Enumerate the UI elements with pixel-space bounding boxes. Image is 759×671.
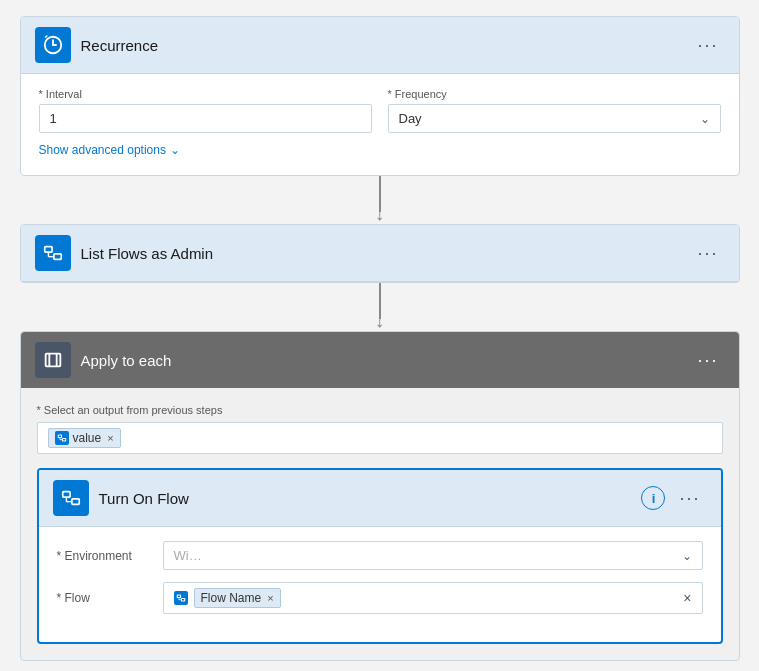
arrow-down-icon-1: ↓	[375, 203, 385, 223]
arrow-down-icon-2: ↓	[375, 310, 385, 330]
select-output-label: * Select an output from previous steps	[37, 404, 723, 416]
recurrence-icon-bg	[35, 27, 71, 63]
interval-input[interactable]	[39, 104, 372, 133]
frequency-select[interactable]: Day ⌄	[388, 104, 721, 133]
flow-name-tag-svg	[176, 593, 186, 603]
select-output-input[interactable]: value ×	[37, 422, 723, 454]
svg-rect-2	[53, 254, 60, 259]
apply-each-container: Apply to each ··· * Select an output fro…	[20, 331, 740, 661]
svg-rect-9	[62, 438, 65, 441]
svg-rect-8	[58, 435, 61, 438]
list-flows-icon-bg	[35, 235, 71, 271]
env-control: Wi… ⌄	[163, 541, 703, 570]
recurrence-svg-icon	[42, 34, 64, 56]
flow-control: Flow Name × ×	[163, 582, 703, 614]
interval-field: * Interval	[39, 88, 372, 133]
recurrence-body: * Interval * Frequency Day ⌄ Show advanc…	[21, 74, 739, 175]
turn-on-flow-title: Turn On Flow	[99, 490, 632, 507]
apply-each-svg-icon	[42, 349, 64, 371]
flow-canvas: Recurrence ··· * Interval * Frequency Da…	[16, 16, 743, 661]
flow-name-tag-text: Flow Name	[201, 591, 262, 605]
recurrence-form-row: * Interval * Frequency Day ⌄	[39, 88, 721, 133]
apply-each-body: * Select an output from previous steps v…	[21, 388, 739, 660]
recurrence-header: Recurrence ···	[21, 17, 739, 74]
info-button[interactable]: i	[641, 486, 665, 510]
apply-each-more-button[interactable]: ···	[691, 349, 724, 371]
svg-rect-16	[177, 595, 180, 598]
recurrence-card: Recurrence ··· * Interval * Frequency Da…	[20, 16, 740, 176]
flow-label: * Flow	[57, 591, 147, 605]
connector-1: ↓	[375, 176, 385, 224]
value-tag: value ×	[48, 428, 121, 448]
svg-rect-13	[71, 499, 78, 505]
svg-rect-5	[45, 354, 60, 367]
value-tag-text: value	[73, 431, 102, 445]
list-flows-card: List Flows as Admin ···	[20, 224, 740, 283]
flow-name-tag-icon	[174, 591, 188, 605]
show-advanced-button[interactable]: Show advanced options ⌄	[39, 143, 180, 157]
flow-name-tag: Flow Name ×	[194, 588, 281, 608]
env-placeholder: Wi…	[174, 548, 300, 563]
env-label: * Environment	[57, 549, 147, 563]
interval-label: * Interval	[39, 88, 372, 100]
recurrence-title: Recurrence	[81, 37, 682, 54]
list-flows-title: List Flows as Admin	[81, 245, 682, 262]
connector-2: ↓	[375, 283, 385, 331]
env-chevron-icon: ⌄	[682, 549, 692, 563]
flow-tag-inner: Flow Name ×	[174, 588, 281, 608]
value-tag-icon	[55, 431, 69, 445]
env-select[interactable]: Wi… ⌄	[163, 541, 703, 570]
list-flows-more-button[interactable]: ···	[691, 242, 724, 264]
show-advanced-chevron-icon: ⌄	[170, 143, 180, 157]
frequency-field: * Frequency Day ⌄	[388, 88, 721, 133]
apply-each-title: Apply to each	[81, 352, 682, 369]
value-tag-close-icon[interactable]: ×	[107, 432, 113, 444]
apply-each-icon-bg	[35, 342, 71, 378]
frequency-chevron-icon: ⌄	[700, 112, 710, 126]
svg-rect-1	[44, 247, 51, 253]
flow-name-tag-close-icon[interactable]: ×	[267, 592, 273, 604]
flow-input-clear-icon[interactable]: ×	[683, 590, 691, 606]
frequency-value: Day	[399, 111, 422, 126]
apply-each-header: Apply to each ···	[21, 332, 739, 388]
turn-on-flow-icon-bg	[53, 480, 89, 516]
value-tag-svg	[57, 433, 67, 443]
inner-card-actions: i ···	[641, 486, 706, 510]
recurrence-more-button[interactable]: ···	[691, 34, 724, 56]
list-flows-svg-icon	[42, 242, 64, 264]
flow-row: * Flow	[57, 582, 703, 614]
turn-on-flow-more-button[interactable]: ···	[673, 487, 706, 509]
turn-on-flow-card: Turn On Flow i ··· * Environment Wi…	[37, 468, 723, 644]
svg-rect-17	[181, 598, 184, 601]
turn-on-flow-body: * Environment Wi… ⌄ * Flow	[39, 527, 721, 642]
frequency-label: * Frequency	[388, 88, 721, 100]
show-advanced-label: Show advanced options	[39, 143, 166, 157]
flow-tag-input[interactable]: Flow Name × ×	[163, 582, 703, 614]
svg-rect-12	[62, 492, 69, 498]
turn-on-flow-svg-icon	[60, 487, 82, 509]
environment-row: * Environment Wi… ⌄	[57, 541, 703, 570]
list-flows-header: List Flows as Admin ···	[21, 225, 739, 282]
turn-on-flow-header: Turn On Flow i ···	[39, 470, 721, 527]
